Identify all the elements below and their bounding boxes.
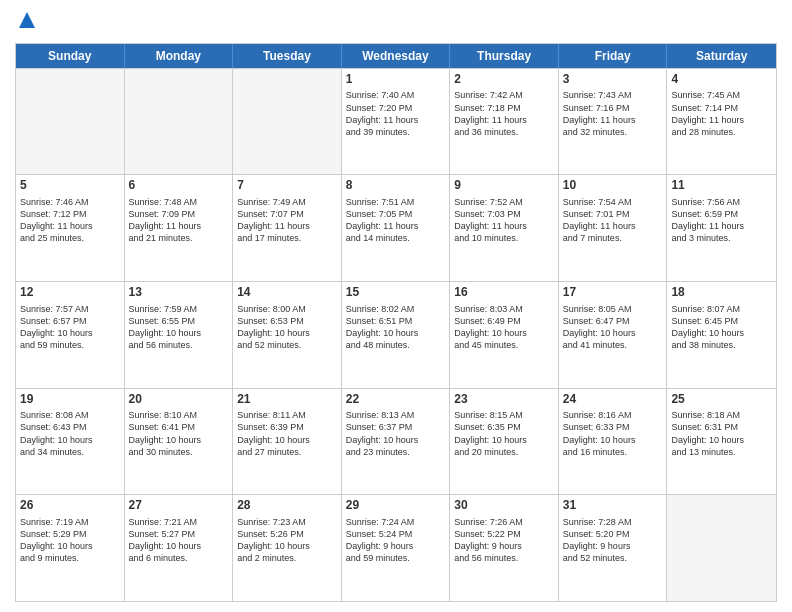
day-info: Sunrise: 7:43 AM Sunset: 7:16 PM Dayligh… [563, 89, 663, 138]
day-info: Sunrise: 8:15 AM Sunset: 6:35 PM Dayligh… [454, 409, 554, 458]
day-info: Sunrise: 8:18 AM Sunset: 6:31 PM Dayligh… [671, 409, 772, 458]
day-cell-15: 15Sunrise: 8:02 AM Sunset: 6:51 PM Dayli… [342, 282, 451, 388]
day-cell-31: 31Sunrise: 7:28 AM Sunset: 5:20 PM Dayli… [559, 495, 668, 601]
day-number: 16 [454, 285, 554, 301]
day-number: 20 [129, 392, 229, 408]
calendar-row-5: 26Sunrise: 7:19 AM Sunset: 5:29 PM Dayli… [16, 494, 776, 601]
day-info: Sunrise: 8:08 AM Sunset: 6:43 PM Dayligh… [20, 409, 120, 458]
day-info: Sunrise: 8:07 AM Sunset: 6:45 PM Dayligh… [671, 303, 772, 352]
day-cell-9: 9Sunrise: 7:52 AM Sunset: 7:03 PM Daylig… [450, 175, 559, 281]
weekday-header-saturday: Saturday [667, 44, 776, 68]
day-info: Sunrise: 7:52 AM Sunset: 7:03 PM Dayligh… [454, 196, 554, 245]
day-info: Sunrise: 7:45 AM Sunset: 7:14 PM Dayligh… [671, 89, 772, 138]
day-number: 4 [671, 72, 772, 88]
weekday-header-thursday: Thursday [450, 44, 559, 68]
calendar-body: 1Sunrise: 7:40 AM Sunset: 7:20 PM Daylig… [16, 68, 776, 601]
empty-cell-0-2 [233, 69, 342, 175]
day-number: 27 [129, 498, 229, 514]
day-number: 21 [237, 392, 337, 408]
day-info: Sunrise: 7:42 AM Sunset: 7:18 PM Dayligh… [454, 89, 554, 138]
day-number: 17 [563, 285, 663, 301]
day-info: Sunrise: 7:26 AM Sunset: 5:22 PM Dayligh… [454, 516, 554, 565]
day-cell-27: 27Sunrise: 7:21 AM Sunset: 5:27 PM Dayli… [125, 495, 234, 601]
weekday-header-sunday: Sunday [16, 44, 125, 68]
day-number: 28 [237, 498, 337, 514]
logo-icon [17, 10, 37, 30]
day-info: Sunrise: 7:57 AM Sunset: 6:57 PM Dayligh… [20, 303, 120, 352]
day-cell-17: 17Sunrise: 8:05 AM Sunset: 6:47 PM Dayli… [559, 282, 668, 388]
day-number: 11 [671, 178, 772, 194]
day-number: 8 [346, 178, 446, 194]
day-number: 22 [346, 392, 446, 408]
day-cell-26: 26Sunrise: 7:19 AM Sunset: 5:29 PM Dayli… [16, 495, 125, 601]
day-cell-30: 30Sunrise: 7:26 AM Sunset: 5:22 PM Dayli… [450, 495, 559, 601]
page: SundayMondayTuesdayWednesdayThursdayFrid… [0, 0, 792, 612]
day-cell-6: 6Sunrise: 7:48 AM Sunset: 7:09 PM Daylig… [125, 175, 234, 281]
day-info: Sunrise: 7:24 AM Sunset: 5:24 PM Dayligh… [346, 516, 446, 565]
day-number: 12 [20, 285, 120, 301]
calendar-row-4: 19Sunrise: 8:08 AM Sunset: 6:43 PM Dayli… [16, 388, 776, 495]
day-cell-4: 4Sunrise: 7:45 AM Sunset: 7:14 PM Daylig… [667, 69, 776, 175]
day-number: 15 [346, 285, 446, 301]
day-number: 2 [454, 72, 554, 88]
day-number: 7 [237, 178, 337, 194]
day-cell-19: 19Sunrise: 8:08 AM Sunset: 6:43 PM Dayli… [16, 389, 125, 495]
day-info: Sunrise: 7:21 AM Sunset: 5:27 PM Dayligh… [129, 516, 229, 565]
day-number: 10 [563, 178, 663, 194]
day-cell-24: 24Sunrise: 8:16 AM Sunset: 6:33 PM Dayli… [559, 389, 668, 495]
day-number: 1 [346, 72, 446, 88]
day-cell-23: 23Sunrise: 8:15 AM Sunset: 6:35 PM Dayli… [450, 389, 559, 495]
day-cell-8: 8Sunrise: 7:51 AM Sunset: 7:05 PM Daylig… [342, 175, 451, 281]
day-info: Sunrise: 7:23 AM Sunset: 5:26 PM Dayligh… [237, 516, 337, 565]
day-number: 31 [563, 498, 663, 514]
weekday-header-friday: Friday [559, 44, 668, 68]
day-info: Sunrise: 8:10 AM Sunset: 6:41 PM Dayligh… [129, 409, 229, 458]
svg-marker-0 [19, 12, 35, 28]
day-info: Sunrise: 8:00 AM Sunset: 6:53 PM Dayligh… [237, 303, 337, 352]
day-cell-28: 28Sunrise: 7:23 AM Sunset: 5:26 PM Dayli… [233, 495, 342, 601]
day-cell-2: 2Sunrise: 7:42 AM Sunset: 7:18 PM Daylig… [450, 69, 559, 175]
day-number: 26 [20, 498, 120, 514]
day-info: Sunrise: 7:51 AM Sunset: 7:05 PM Dayligh… [346, 196, 446, 245]
day-cell-16: 16Sunrise: 8:03 AM Sunset: 6:49 PM Dayli… [450, 282, 559, 388]
day-cell-29: 29Sunrise: 7:24 AM Sunset: 5:24 PM Dayli… [342, 495, 451, 601]
day-cell-20: 20Sunrise: 8:10 AM Sunset: 6:41 PM Dayli… [125, 389, 234, 495]
day-number: 9 [454, 178, 554, 194]
day-number: 29 [346, 498, 446, 514]
day-info: Sunrise: 7:40 AM Sunset: 7:20 PM Dayligh… [346, 89, 446, 138]
day-info: Sunrise: 8:16 AM Sunset: 6:33 PM Dayligh… [563, 409, 663, 458]
day-info: Sunrise: 7:59 AM Sunset: 6:55 PM Dayligh… [129, 303, 229, 352]
calendar-row-3: 12Sunrise: 7:57 AM Sunset: 6:57 PM Dayli… [16, 281, 776, 388]
calendar-header: SundayMondayTuesdayWednesdayThursdayFrid… [16, 44, 776, 68]
day-number: 3 [563, 72, 663, 88]
logo [15, 10, 37, 35]
day-info: Sunrise: 8:11 AM Sunset: 6:39 PM Dayligh… [237, 409, 337, 458]
calendar-row-2: 5Sunrise: 7:46 AM Sunset: 7:12 PM Daylig… [16, 174, 776, 281]
day-cell-10: 10Sunrise: 7:54 AM Sunset: 7:01 PM Dayli… [559, 175, 668, 281]
day-number: 13 [129, 285, 229, 301]
day-info: Sunrise: 7:56 AM Sunset: 6:59 PM Dayligh… [671, 196, 772, 245]
day-number: 5 [20, 178, 120, 194]
day-cell-3: 3Sunrise: 7:43 AM Sunset: 7:16 PM Daylig… [559, 69, 668, 175]
day-info: Sunrise: 8:05 AM Sunset: 6:47 PM Dayligh… [563, 303, 663, 352]
weekday-header-monday: Monday [125, 44, 234, 68]
day-cell-1: 1Sunrise: 7:40 AM Sunset: 7:20 PM Daylig… [342, 69, 451, 175]
weekday-header-tuesday: Tuesday [233, 44, 342, 68]
empty-cell-0-0 [16, 69, 125, 175]
day-number: 19 [20, 392, 120, 408]
day-cell-22: 22Sunrise: 8:13 AM Sunset: 6:37 PM Dayli… [342, 389, 451, 495]
header [15, 10, 777, 35]
empty-cell-0-1 [125, 69, 234, 175]
calendar: SundayMondayTuesdayWednesdayThursdayFrid… [15, 43, 777, 602]
day-number: 6 [129, 178, 229, 194]
day-info: Sunrise: 8:13 AM Sunset: 6:37 PM Dayligh… [346, 409, 446, 458]
day-info: Sunrise: 7:48 AM Sunset: 7:09 PM Dayligh… [129, 196, 229, 245]
day-info: Sunrise: 8:02 AM Sunset: 6:51 PM Dayligh… [346, 303, 446, 352]
day-number: 25 [671, 392, 772, 408]
calendar-row-1: 1Sunrise: 7:40 AM Sunset: 7:20 PM Daylig… [16, 68, 776, 175]
day-number: 24 [563, 392, 663, 408]
day-number: 18 [671, 285, 772, 301]
day-cell-25: 25Sunrise: 8:18 AM Sunset: 6:31 PM Dayli… [667, 389, 776, 495]
day-cell-21: 21Sunrise: 8:11 AM Sunset: 6:39 PM Dayli… [233, 389, 342, 495]
day-info: Sunrise: 8:03 AM Sunset: 6:49 PM Dayligh… [454, 303, 554, 352]
